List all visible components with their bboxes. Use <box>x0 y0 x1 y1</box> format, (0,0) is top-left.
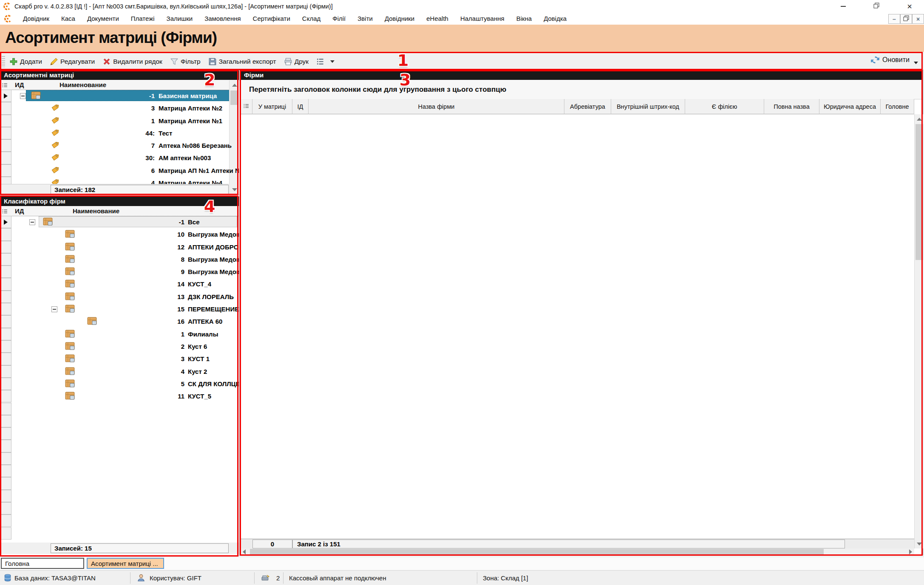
row-selector[interactable] <box>0 315 11 328</box>
tab-Головна[interactable]: Головна <box>1 558 84 569</box>
Додати-button[interactable]: Додати <box>8 56 44 67</box>
tree-item-15[interactable]: 15ПЕРЕМЕЩЕНИЕ ТЗ <box>0 303 239 315</box>
row-selector[interactable] <box>0 216 11 228</box>
row-selector[interactable] <box>0 90 11 102</box>
classifier-column-header[interactable]: ИД Наименование <box>0 206 239 216</box>
scroll-thumb[interactable] <box>230 90 238 105</box>
menu-item-Склад[interactable]: Склад <box>296 13 326 25</box>
row-selector[interactable] <box>0 152 11 164</box>
scroll-thumb[interactable] <box>250 549 824 555</box>
row-selector[interactable] <box>0 365 11 378</box>
row-selector[interactable] <box>0 415 11 427</box>
menu-item-Вікна[interactable]: Вікна <box>510 13 538 25</box>
tree-item-7[interactable]: 7Аптека №086 Березань <box>0 139 239 152</box>
tree-item-30:[interactable]: 30:АМ аптеки №003 <box>0 152 239 164</box>
tree-item-1[interactable]: 1Филиалы <box>0 328 239 340</box>
column-header-Юридична адреса[interactable]: Юридична адреса <box>819 99 881 114</box>
row-selector[interactable] <box>0 427 11 440</box>
tree-item-8[interactable]: 8Выгрузка Медок 1 группа <box>0 253 239 266</box>
row-selector[interactable] <box>0 177 11 184</box>
minimize-button[interactable] <box>834 0 853 13</box>
refresh-button[interactable]: Оновити <box>870 55 918 65</box>
row-selector[interactable] <box>0 241 11 253</box>
collapse-toggle[interactable] <box>20 93 26 99</box>
row-selector[interactable] <box>0 390 11 402</box>
tree-item-13[interactable]: 13ДЗК ЛОРЕАЛЬ <box>0 291 239 303</box>
mdi-restore-button[interactable] <box>900 14 912 24</box>
mdi-close-button[interactable]: × <box>912 14 924 24</box>
tree-item-12[interactable]: 12АПТЕКИ ДОБРОБУТ <box>0 241 239 253</box>
menu-item-Документи[interactable]: Документи <box>81 13 125 25</box>
menu-item-eHealth[interactable]: eHealth <box>420 13 454 25</box>
tree-item-1[interactable]: 1Матрица Аптеки №1 <box>0 115 239 127</box>
row-selector[interactable] <box>0 303 11 315</box>
column-header-Повна назва[interactable]: Повна назва <box>764 99 819 114</box>
row-selector[interactable] <box>0 228 11 240</box>
menu-item-Довідник[interactable]: Довідник <box>17 13 55 25</box>
grid-menu-icon[interactable] <box>2 208 8 214</box>
arrow-right-icon[interactable] <box>909 549 912 554</box>
Редагувати-button[interactable]: Редагувати <box>48 56 96 67</box>
column-header-У матриці[interactable]: У матриці <box>252 99 292 114</box>
row-selector[interactable] <box>0 378 11 390</box>
menu-item-Замовлення[interactable]: Замовлення <box>198 13 247 25</box>
tree-item-9[interactable]: 9Выгрузка Медок 2 группа <box>0 266 239 278</box>
scroll-up-button[interactable] <box>915 114 924 124</box>
scroll-thumb[interactable] <box>915 124 923 260</box>
row-selector[interactable] <box>0 328 11 340</box>
scroll-down-button[interactable] <box>230 185 239 194</box>
row-selector[interactable] <box>0 253 11 266</box>
matrix-vertical-scrollbar[interactable] <box>229 80 239 194</box>
column-id[interactable]: ИД <box>15 206 24 216</box>
row-selector[interactable] <box>0 353 11 365</box>
Друк-button[interactable]: Друк <box>282 56 310 67</box>
menu-item-Налаштування[interactable]: Налаштування <box>454 13 510 25</box>
row-selector[interactable] <box>0 266 11 278</box>
menu-item-Платежі[interactable]: Платежі <box>125 13 161 25</box>
firms-horizontal-scrollbar[interactable] <box>241 548 914 555</box>
menu-item-Філії[interactable]: Філії <box>326 13 351 25</box>
row-selector[interactable] <box>0 477 11 489</box>
column-header-Назва фірми[interactable]: Назва фірми <box>309 99 564 114</box>
tree-item-14[interactable]: 14КУСТ_4 <box>0 278 239 290</box>
tree-item-2[interactable]: 2Куст 6 <box>0 340 239 353</box>
firms-vertical-scrollbar[interactable] <box>914 114 924 548</box>
row-selector[interactable] <box>0 115 11 127</box>
arrow-left-icon[interactable] <box>243 549 246 554</box>
header-selector[interactable] <box>241 99 252 114</box>
row-selector[interactable] <box>0 403 11 415</box>
row-selector[interactable] <box>0 490 11 502</box>
menu-item-Сертифікати[interactable]: Сертифікати <box>247 13 296 25</box>
tree-item--1[interactable]: -1Базисная матрица <box>0 90 239 102</box>
row-selector[interactable] <box>0 452 11 465</box>
row-selector[interactable] <box>0 527 11 540</box>
row-selector[interactable] <box>0 291 11 303</box>
Загальний експорт-button[interactable]: Загальний експорт <box>207 56 278 67</box>
tree-item-6[interactable]: 6Матрица АП №1 Аптеки №1 <box>0 164 239 177</box>
row-selector[interactable] <box>0 465 11 477</box>
column-name[interactable]: Наименование <box>73 206 119 216</box>
Фільтр-button[interactable]: Фільтр <box>168 56 202 67</box>
menu-item-Каса[interactable]: Каса <box>55 13 81 25</box>
grid-menu-icon[interactable] <box>2 82 8 88</box>
row-selector[interactable] <box>0 440 11 452</box>
row-selector[interactable] <box>0 102 11 114</box>
column-header-Є філією[interactable]: Є філією <box>685 99 764 114</box>
row-selector[interactable] <box>0 514 11 527</box>
row-selector[interactable] <box>0 340 11 353</box>
tree-item-4[interactable]: 4Куст 2 <box>0 365 239 378</box>
tree-item-16[interactable]: 16АПТЕКА 60 <box>0 315 239 328</box>
tab-Асортимент матриці ...[interactable]: Асортимент матриці ... <box>87 558 164 569</box>
tree-item-3[interactable]: 3Матрица Аптеки №2 <box>0 102 239 114</box>
column-header-Внутрішній штрих-код[interactable]: Внутрішній штрих-код <box>611 99 685 114</box>
menu-item-Довідники[interactable]: Довідники <box>379 13 420 25</box>
scroll-up-button[interactable] <box>230 80 239 90</box>
tree-item-3[interactable]: 3КУСТ 1 <box>0 353 239 365</box>
menu-item-Залишки[interactable]: Залишки <box>161 13 199 25</box>
row-selector[interactable] <box>0 278 11 290</box>
tree-item-10[interactable]: 10Выгрузка Медок ВСЕ АПТЕКИ <box>0 228 239 240</box>
tree-item-5[interactable]: 5СК ДЛЯ КОЛЛЦЕНТРА <box>0 378 239 390</box>
tree-item-44:[interactable]: 44:Тест <box>0 127 239 139</box>
restore-button[interactable] <box>867 0 886 13</box>
toolbar-grip[interactable] <box>2 56 5 67</box>
